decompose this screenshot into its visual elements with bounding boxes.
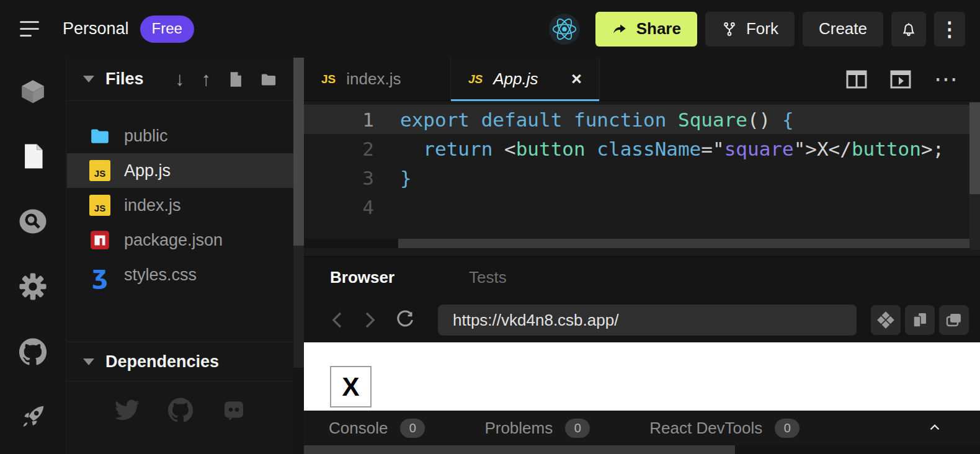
refresh-icon[interactable] [386, 310, 424, 330]
create-button[interactable]: Create [803, 12, 883, 47]
tab-browser[interactable]: Browser [330, 268, 394, 287]
file-row-appjs[interactable]: JS App.js [67, 153, 293, 188]
file-row-public[interactable]: public [67, 118, 293, 153]
problems-tab[interactable]: Problems 0 [484, 419, 590, 438]
url-input[interactable]: https://vkd4n8.csb.app/ [438, 305, 857, 336]
line-number: 3 [304, 167, 374, 189]
bell-icon [899, 20, 918, 38]
responsive-mode-icon[interactable] [871, 305, 901, 335]
file-explorer-icon[interactable] [19, 142, 47, 171]
fork-icon [721, 21, 737, 37]
javascript-file-icon: JS [89, 160, 110, 181]
editor-more-icon[interactable]: ⋯ [934, 74, 959, 84]
file-name: package.json [124, 231, 223, 250]
line-number: 2 [304, 138, 374, 160]
workspace-name[interactable]: Personal [63, 19, 129, 38]
file-name: styles.css [124, 265, 197, 285]
forward-icon[interactable] [354, 311, 386, 329]
scrollbar-thumb[interactable] [304, 445, 735, 454]
square-button[interactable]: X [330, 366, 372, 407]
preview-tab-bar: Browser Tests [304, 257, 980, 298]
kebab-menu-icon: ⋮ [940, 19, 960, 39]
files-panel-scrollbar[interactable] [293, 58, 304, 368]
dependencies-section-header[interactable]: Dependencies [67, 342, 293, 381]
split-view-icon[interactable] [846, 70, 867, 89]
line-number: 4 [304, 196, 374, 218]
console-scrollbar[interactable] [304, 445, 980, 454]
file-row-stylescss[interactable]: ʒ styles.css [67, 257, 293, 292]
files-section-header[interactable]: Files ↓ ↑ [67, 58, 293, 101]
folder-icon [89, 125, 110, 146]
github-icon[interactable] [19, 337, 47, 366]
menu-icon[interactable] [20, 21, 40, 37]
preview-pane-icon[interactable] [890, 70, 911, 89]
react-devtools-tab[interactable]: React DevTools 0 [649, 419, 800, 438]
activity-bar [0, 58, 66, 454]
files-header-actions: ↓ ↑ [175, 69, 277, 89]
browser-preview: X [304, 342, 980, 411]
duplicate-preview-icon[interactable] [905, 305, 935, 335]
editor-horizontal-scrollbar[interactable] [304, 239, 980, 248]
share-button[interactable]: Share [595, 12, 697, 47]
more-options-button[interactable]: ⋮ [934, 12, 965, 47]
sandbox-info-icon[interactable] [19, 77, 47, 105]
file-row-indexjs[interactable]: JS index.js [67, 188, 293, 223]
upload-files-icon[interactable]: ↑ [202, 69, 212, 89]
github-link-icon[interactable] [168, 398, 193, 422]
tab-indexjs[interactable]: JS index.js [304, 58, 451, 100]
react-devtools-tab-label: React DevTools [649, 419, 762, 438]
line-number: 1 [304, 109, 374, 131]
settings-gear-icon[interactable] [19, 272, 47, 301]
devtools-console-bar: Console 0 Problems 0 React DevTools 0 [304, 411, 980, 445]
expand-console-icon[interactable] [927, 419, 943, 435]
open-in-new-window-icon[interactable] [939, 305, 969, 335]
code-text: export default function Square() { [374, 109, 980, 131]
preview-panel: Browser Tests https://vkd4n8.csb.app/ [304, 256, 980, 454]
problems-count-badge: 0 [565, 419, 590, 438]
javascript-tab-icon: JS [468, 73, 483, 86]
css-file-icon: ʒ [89, 264, 110, 285]
console-tab[interactable]: Console 0 [329, 419, 425, 438]
scrollbar-thumb[interactable] [969, 102, 980, 194]
scrollbar-thumb[interactable] [293, 58, 304, 246]
share-button-label: Share [636, 19, 681, 38]
react-devtools-count-badge: 0 [775, 419, 800, 438]
twitter-icon[interactable] [115, 398, 140, 422]
dependencies-section-title: Dependencies [105, 352, 219, 372]
console-count-badge: 0 [400, 419, 425, 438]
editor-layout-actions: ⋯ [846, 58, 980, 100]
editor-vertical-scrollbar[interactable] [969, 102, 980, 250]
tab-label: App.js [493, 69, 538, 89]
file-name: public [124, 127, 168, 146]
code-line[interactable]: 4 [304, 192, 980, 221]
close-tab-icon[interactable]: × [571, 69, 582, 89]
search-icon[interactable] [19, 207, 47, 236]
file-name: index.js [124, 196, 181, 215]
javascript-file-icon: JS [89, 195, 110, 216]
code-line[interactable]: 3} [304, 163, 980, 192]
code-lines: 1export default function Square() {2 ret… [304, 105, 980, 221]
plan-badge: Free [140, 16, 194, 43]
create-button-label: Create [819, 19, 867, 38]
new-folder-icon[interactable] [260, 72, 277, 87]
code-editor[interactable]: 1export default function Square() {2 ret… [304, 101, 980, 256]
fork-button[interactable]: Fork [705, 12, 795, 47]
react-logo-icon [549, 14, 580, 45]
download-sandbox-icon[interactable]: ↓ [175, 69, 185, 89]
scrollbar-thumb[interactable] [398, 239, 980, 248]
back-icon[interactable] [321, 311, 354, 329]
share-arrow-icon [612, 21, 628, 37]
code-line[interactable]: 2 return <button className="square">X</b… [304, 134, 980, 163]
file-row-packagejson[interactable]: package.json [67, 223, 293, 257]
rocket-deploy-icon[interactable] [19, 403, 47, 431]
files-section-title: Files [105, 69, 144, 89]
discord-icon[interactable] [221, 398, 246, 422]
new-file-icon[interactable] [228, 71, 243, 88]
fork-button-label: Fork [746, 19, 778, 38]
code-line[interactable]: 1export default function Square() { [304, 105, 980, 134]
topbar-actions: Share Fork Create ⋮ [549, 12, 965, 47]
code-text: } [374, 167, 980, 189]
tab-tests[interactable]: Tests [469, 268, 507, 287]
notifications-button[interactable] [891, 12, 926, 47]
tab-appjs[interactable]: JS App.js × [451, 58, 600, 100]
